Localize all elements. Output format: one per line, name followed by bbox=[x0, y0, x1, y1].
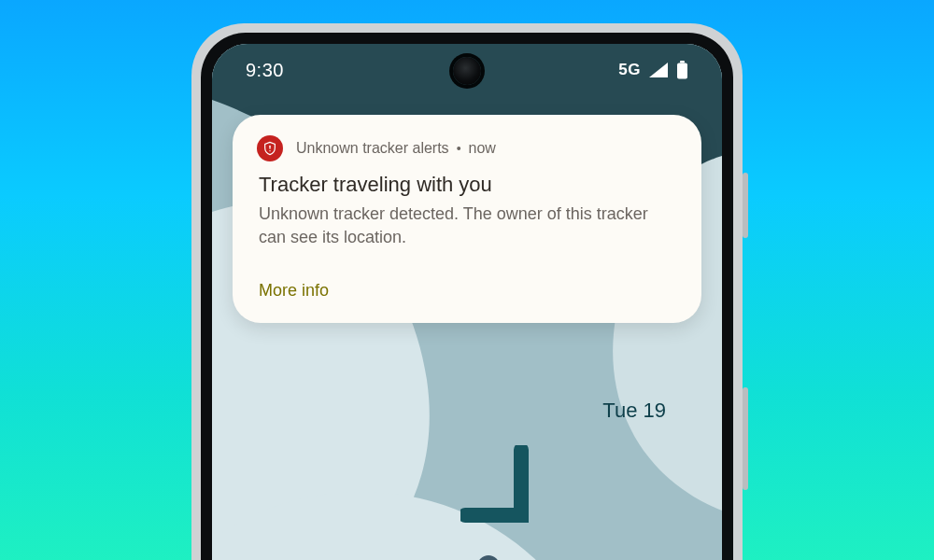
battery-icon bbox=[676, 61, 688, 79]
network-label: 5G bbox=[618, 61, 641, 79]
widget-date: Tue 19 bbox=[602, 399, 666, 423]
status-right: 5G bbox=[618, 61, 688, 79]
side-button-lower bbox=[743, 387, 748, 490]
phone-screen: Tue 19 9:30 5G bbox=[212, 44, 722, 560]
signal-icon bbox=[648, 62, 669, 78]
notification-app-name: Unknown tracker alerts bbox=[296, 140, 449, 157]
stage: Tue 19 9:30 5G bbox=[0, 0, 934, 560]
more-info-button[interactable]: More info bbox=[259, 281, 677, 301]
notification-card[interactable]: Unknown tracker alerts • now Tracker tra… bbox=[233, 115, 701, 323]
status-time: 9:30 bbox=[246, 60, 284, 81]
notification-body: Unknown tracker detected. The owner of t… bbox=[259, 203, 677, 249]
side-button-upper bbox=[743, 173, 748, 238]
svg-point-2 bbox=[477, 555, 500, 560]
notification-time: now bbox=[469, 140, 496, 157]
separator-dot: • bbox=[457, 141, 461, 156]
svg-rect-3 bbox=[680, 61, 685, 63]
notification-title: Tracker traveling with you bbox=[259, 173, 677, 197]
phone-bezel: Tue 19 9:30 5G bbox=[201, 33, 733, 560]
notification-app-line: Unknown tracker alerts • now bbox=[296, 140, 496, 157]
svg-rect-4 bbox=[677, 63, 687, 79]
svg-rect-6 bbox=[269, 150, 270, 151]
phone-frame: Tue 19 9:30 5G bbox=[191, 23, 743, 560]
svg-rect-5 bbox=[269, 146, 270, 149]
status-bar: 9:30 5G bbox=[212, 44, 722, 96]
shield-alert-icon bbox=[257, 135, 283, 161]
clock-hands-icon bbox=[460, 445, 610, 560]
notification-header: Unknown tracker alerts • now bbox=[257, 135, 677, 161]
